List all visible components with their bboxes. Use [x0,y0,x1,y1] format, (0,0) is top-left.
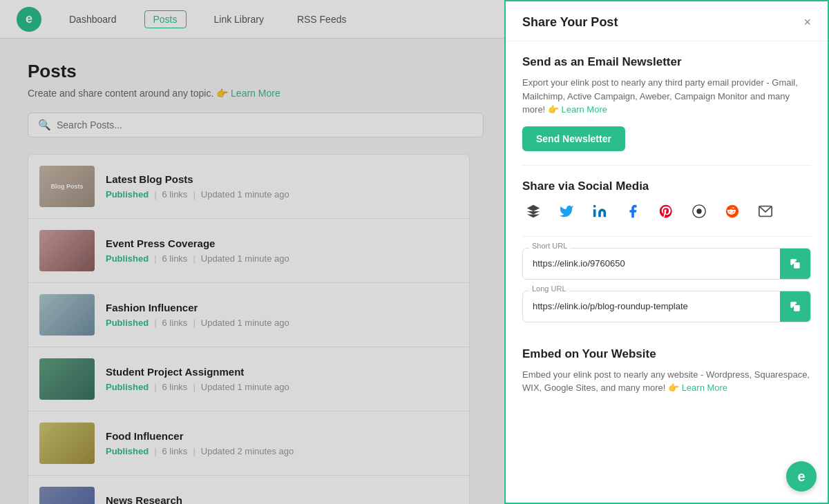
hootsuite-icon[interactable] [688,200,710,222]
embed-section-desc: Embed your elink post to nearly any webs… [522,368,811,395]
svg-point-0 [593,204,596,207]
social-icons [522,200,811,222]
reddit-icon[interactable] [721,200,743,222]
email-section-title: Send as an Email Newsletter [522,55,811,69]
short-url-input[interactable] [523,250,780,277]
email-section: Send as an Email Newsletter Export your … [522,41,811,166]
social-section: Share via Social Media [522,166,811,237]
svg-rect-6 [794,305,800,311]
panel-title: Share Your Post [522,15,618,30]
svg-rect-5 [794,262,800,269]
panel-body: Send as an Email Newsletter Export your … [506,41,828,418]
linkedin-icon[interactable] [589,200,611,222]
short-url-label: Short URL [529,242,570,250]
panel-header: Share Your Post × [506,1,828,41]
long-url-field: Long URL [522,291,811,322]
short-url-field: Short URL [522,248,811,280]
embed-section: Embed on Your Website Embed your elink p… [522,333,811,418]
email-learn-more-link[interactable]: Learn More [561,104,607,115]
email-section-desc: Export your elink post to nearly any thi… [522,76,811,117]
share-panel: Share Your Post × Send as an Email Newsl… [504,0,829,504]
buffer-icon[interactable] [522,200,544,222]
social-section-title: Share via Social Media [522,180,811,193]
pinterest-icon[interactable] [655,200,677,222]
long-url-input[interactable] [523,293,780,320]
close-button[interactable]: × [803,15,811,30]
facebook-icon[interactable] [622,200,644,222]
send-newsletter-button[interactable]: Send Newsletter [522,126,625,151]
panel-overlay: Share Your Post × Send as an Email Newsl… [0,0,829,504]
long-url-label: Long URL [529,284,569,293]
email-share-icon[interactable] [754,200,776,222]
copy-short-url-button[interactable] [780,249,810,279]
embed-learn-more-link[interactable]: Learn More [682,382,727,393]
svg-point-2 [696,209,701,213]
embed-section-title: Embed on Your Website [522,347,811,361]
bottom-logo: e [786,461,817,492]
copy-long-url-button[interactable] [780,291,810,322]
twitter-icon[interactable] [555,200,578,222]
